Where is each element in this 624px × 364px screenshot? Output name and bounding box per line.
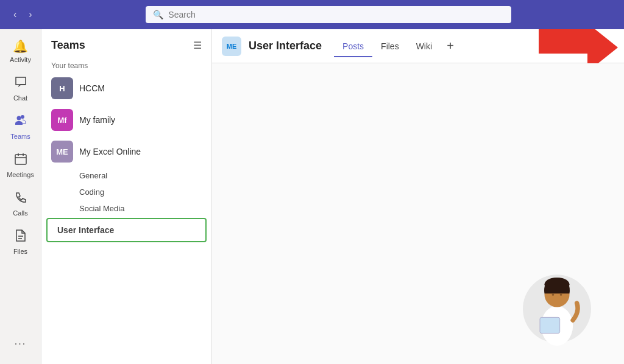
illustration [520, 261, 594, 346]
svg-point-14 [560, 293, 562, 296]
sidebar-item-calls[interactable]: Calls [4, 186, 38, 222]
filter-icon[interactable]: ☰ [193, 40, 202, 51]
channel-item-general[interactable]: General [41, 167, 211, 184]
team-avatar-myfamily: Mf [51, 109, 73, 131]
svg-point-13 [552, 293, 555, 296]
teams-panel-title: Teams [51, 39, 85, 52]
more-icon: ··· [15, 338, 26, 349]
sidebar-item-files[interactable]: Files [4, 224, 38, 260]
search-icon: 🔍 [153, 10, 163, 19]
add-tab-button[interactable]: + [441, 37, 460, 56]
team-item-myfamily[interactable]: Mf My family ··· [41, 104, 211, 136]
channel-item-coding[interactable]: Coding [41, 184, 211, 200]
channel-tabs: Posts Files Wiki + [334, 36, 460, 57]
sidebar-item-activity[interactable]: 🔔 Activity [4, 34, 38, 68]
teams-panel: Teams ☰ Your teams H HCCM ··· Mf My fami… [41, 29, 212, 364]
svg-point-0 [21, 115, 24, 119]
channel-item-socialmedia[interactable]: Social Media [41, 200, 211, 217]
nav-arrows: ‹ › [10, 7, 36, 23]
team-name-hccm: HCCM [79, 83, 186, 93]
activity-label: Activity [10, 56, 31, 63]
team-avatar-hccm: H [51, 77, 73, 99]
team-item-myexcelonline[interactable]: ME My Excel Online ··· [41, 136, 211, 167]
svg-rect-2 [15, 155, 26, 164]
team-name-myexcelonline: My Excel Online [79, 147, 186, 156]
teams-icon [13, 114, 28, 130]
sidebar-more[interactable]: ··· [4, 334, 38, 354]
activity-icon: 🔔 [13, 39, 28, 54]
svg-rect-15 [540, 317, 560, 333]
sidebar-item-teams[interactable]: Teams [4, 109, 38, 145]
chat-icon [14, 75, 27, 92]
calls-label: Calls [13, 209, 27, 217]
sidebar-item-chat[interactable]: Chat [4, 71, 38, 107]
files-icon [14, 229, 27, 245]
channel-header: ME User Interface Posts Files Wiki + [212, 29, 624, 63]
teams-label: Teams [10, 133, 30, 140]
main-content: ME User Interface Posts Files Wiki + [212, 29, 624, 364]
channel-item-userinterface[interactable]: User Interface [46, 218, 207, 242]
meetings-icon [14, 152, 27, 169]
search-input[interactable] [168, 10, 504, 19]
content-area [212, 63, 624, 364]
sidebar-item-meetings[interactable]: Meetings [4, 147, 38, 183]
teams-header: Teams ☰ [41, 29, 211, 57]
tab-wiki[interactable]: Wiki [408, 37, 441, 57]
tab-posts[interactable]: Posts [334, 37, 372, 57]
search-bar: 🔍 [146, 6, 511, 23]
channel-avatar: ME [222, 37, 241, 56]
tab-files[interactable]: Files [372, 37, 408, 57]
sidebar-nav: 🔔 Activity Chat Teams [0, 29, 41, 364]
forward-button[interactable]: › [25, 7, 35, 23]
back-button[interactable]: ‹ [10, 7, 20, 23]
your-teams-label: Your teams [41, 57, 211, 72]
team-name-myfamily: My family [79, 115, 186, 125]
files-label: Files [13, 248, 27, 255]
meetings-label: Meetings [7, 171, 34, 178]
svg-point-1 [16, 116, 21, 121]
channel-header-wrapper: ME User Interface Posts Files Wiki + [212, 29, 624, 63]
chat-label: Chat [13, 94, 27, 102]
channel-name-title: User Interface [249, 40, 322, 52]
calls-icon [14, 191, 27, 207]
top-bar: ‹ › 🔍 [0, 0, 624, 29]
team-item-hccm[interactable]: H HCCM ··· [41, 72, 211, 104]
team-avatar-myexcelonline: ME [51, 141, 73, 163]
main-layout: 🔔 Activity Chat Teams [0, 29, 624, 364]
